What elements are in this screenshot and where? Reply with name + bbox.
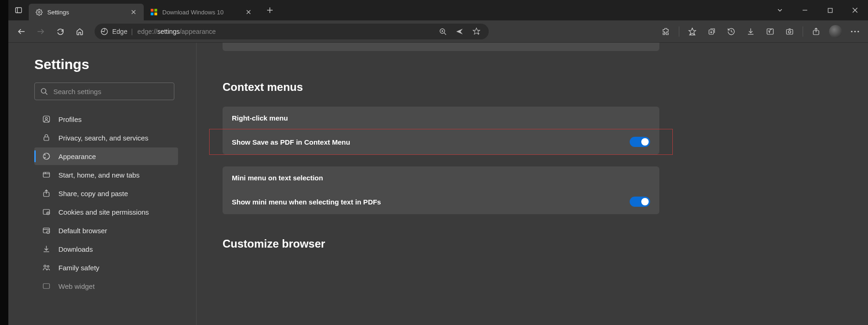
card-right-click-menu: Right-click menu Show Save as PDF in Con… [223, 107, 659, 154]
svg-point-39 [854, 31, 855, 32]
svg-rect-8 [154, 13, 157, 15]
widget-icon [42, 281, 51, 291]
tab-title: Download Windows 10 [162, 9, 243, 16]
nav-profiles[interactable]: Profiles [34, 110, 178, 128]
nav-label: Downloads [58, 245, 93, 253]
share-icon[interactable] [807, 22, 825, 41]
settings-nav: Profiles Privacy, search, and services A… [34, 110, 178, 295]
svg-rect-45 [44, 137, 49, 141]
svg-rect-43 [43, 116, 50, 122]
site-identity[interactable]: Edge | [100, 27, 133, 36]
row-mini-menu-pdf: Show mini menu when selecting text in PD… [223, 189, 659, 214]
svg-marker-27 [689, 28, 696, 34]
favorites-icon[interactable] [683, 22, 702, 41]
browser-icon [42, 226, 51, 235]
chevron-down-icon[interactable] [770, 2, 790, 18]
svg-marker-24 [473, 28, 479, 34]
nav-label: Share, copy and paste [58, 190, 128, 198]
content: Settings Profiles Privacy, search, and s… [8, 43, 868, 325]
svg-line-21 [444, 33, 446, 35]
nav-family[interactable]: Family safety [34, 259, 178, 276]
card-header: Right-click menu [223, 107, 659, 129]
svg-point-38 [851, 31, 852, 32]
svg-rect-62 [43, 284, 50, 289]
nav-downloads[interactable]: Downloads [34, 240, 178, 258]
separator [803, 26, 803, 37]
web-capture-icon[interactable] [780, 22, 799, 41]
svg-point-36 [788, 31, 791, 33]
row-save-as-pdf: Show Save as PDF in Context Menu [210, 129, 672, 154]
toggle-mini-menu-pdf[interactable] [630, 197, 650, 207]
nav-start[interactable]: Start, home, and new tabs [34, 166, 178, 184]
history-icon[interactable] [722, 22, 740, 41]
maximize-button[interactable] [820, 2, 840, 18]
row-label: Show mini menu when selecting text in PD… [232, 198, 381, 206]
svg-point-41 [41, 89, 46, 93]
toggle-save-as-pdf[interactable] [630, 137, 650, 147]
row-label: Show Save as PDF in Context Menu [232, 138, 350, 146]
browser-window: Settings Download Windows 10 [8, 0, 868, 325]
search-input[interactable] [53, 88, 168, 96]
back-button[interactable] [12, 22, 31, 41]
menu-button[interactable] [846, 22, 864, 41]
svg-rect-0 [16, 8, 22, 13]
card-header: Mini menu on text selection [223, 166, 659, 189]
site-label: Edge [112, 28, 128, 35]
refresh-button[interactable] [51, 22, 70, 41]
svg-rect-49 [43, 172, 50, 178]
svg-point-61 [47, 266, 49, 268]
nav-privacy[interactable]: Privacy, search, and services [34, 129, 178, 147]
url-text: edge://settings/appearance [137, 28, 216, 35]
zoom-icon[interactable] [436, 25, 450, 38]
svg-point-44 [45, 117, 48, 120]
tab-title: Settings [47, 9, 128, 16]
tab-download-windows[interactable]: Download Windows 10 [144, 4, 259, 20]
nav-web-widget[interactable]: Web widget [34, 277, 178, 295]
svg-rect-5 [151, 9, 153, 12]
forward-button[interactable] [32, 22, 50, 41]
profile-avatar[interactable] [829, 25, 842, 38]
svg-point-60 [44, 265, 46, 268]
send-icon[interactable] [453, 25, 466, 38]
downloads-icon[interactable] [741, 22, 760, 41]
nav-label: Profiles [58, 115, 82, 123]
nav-default-browser[interactable]: Default browser [34, 222, 178, 239]
toolbar: Edge | edge://settings/appearance [8, 20, 868, 43]
svg-rect-6 [154, 9, 157, 12]
tab-settings[interactable]: Settings [29, 4, 144, 20]
svg-point-47 [45, 154, 45, 155]
extensions-icon[interactable] [657, 22, 675, 41]
nav-label: Start, home, and new tabs [58, 171, 140, 179]
separator [679, 26, 679, 37]
gear-icon [35, 8, 43, 16]
math-solver-icon[interactable] [761, 22, 779, 41]
minimize-button[interactable] [795, 2, 815, 18]
cookies-icon [42, 207, 51, 217]
page-title: Settings [34, 57, 188, 72]
nav-label: Cookies and site permissions [58, 208, 149, 216]
close-icon[interactable] [128, 6, 139, 18]
home-button[interactable] [70, 22, 89, 41]
card-mini-menu: Mini menu on text selection Show mini me… [223, 166, 659, 214]
nav-appearance[interactable]: Appearance [34, 147, 178, 165]
tabs-icon [42, 170, 51, 179]
address-bar[interactable]: Edge | edge://settings/appearance [95, 24, 489, 39]
close-icon[interactable] [243, 6, 254, 18]
close-button[interactable] [845, 2, 865, 18]
download-icon [42, 244, 51, 254]
nav-cookies[interactable]: Cookies and site permissions [34, 203, 178, 221]
new-tab-button[interactable] [262, 3, 277, 18]
settings-main: Context menus Right-click menu Show Save… [197, 43, 868, 325]
collections-icon[interactable] [702, 22, 721, 41]
nav-label: Appearance [58, 153, 96, 160]
tab-actions-button[interactable] [8, 0, 29, 20]
search-box[interactable] [34, 83, 174, 100]
nav-label: Family safety [58, 264, 99, 272]
nav-label: Web widget [58, 282, 95, 290]
desktop-background [0, 0, 8, 325]
favorite-star-icon[interactable] [469, 25, 483, 38]
nav-share[interactable]: Share, copy and paste [34, 185, 178, 202]
svg-point-48 [45, 157, 45, 158]
appearance-icon [42, 152, 51, 161]
nav-label: Privacy, search, and services [58, 134, 148, 142]
